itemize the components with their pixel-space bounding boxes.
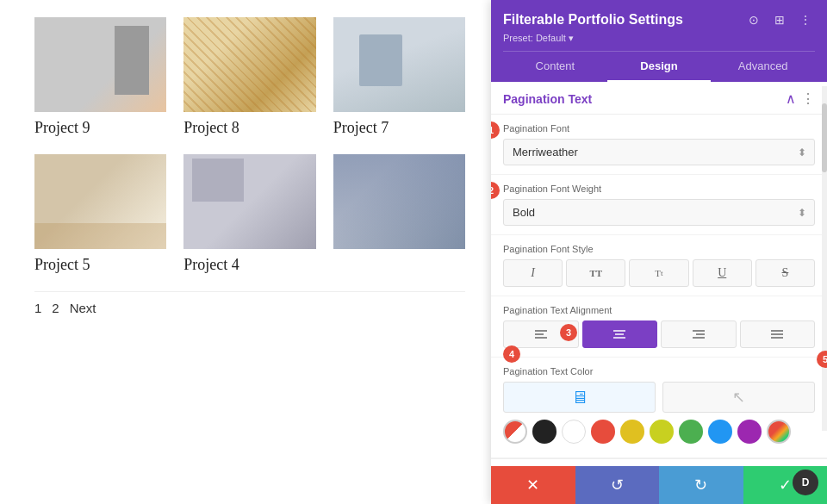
align-justify-button[interactable] <box>740 320 816 348</box>
color-swatch-lime[interactable] <box>650 420 674 444</box>
undo-icon: ↺ <box>611 476 624 495</box>
badge-4: 4 <box>503 345 520 363</box>
scrollbar-thumb[interactable] <box>822 103 827 172</box>
section-controls: ∧ ⋮ <box>786 90 815 107</box>
strikethrough-button[interactable]: S <box>755 259 815 287</box>
settings-icon[interactable]: ⊙ <box>744 10 763 29</box>
pagination-page-1[interactable]: 1 <box>34 301 41 315</box>
panel-preset[interactable]: Preset: Default ▾ <box>503 33 815 44</box>
collapse-icon[interactable]: ∧ <box>786 90 796 107</box>
scrollbar[interactable] <box>822 86 827 431</box>
font-select-wrapper[interactable]: Merriweather <box>503 139 815 165</box>
project-label: Project 7 <box>333 119 465 137</box>
text-alignment-label: Pagination Text Alignment <box>503 305 815 315</box>
color-swatch-green[interactable] <box>679 420 703 444</box>
panel-title: Filterable Portfolio Settings <box>503 12 683 28</box>
list-item[interactable] <box>333 154 465 274</box>
capitalize-button[interactable]: Tt <box>629 259 688 287</box>
color-arrow-input[interactable]: 5 ↖ <box>662 382 815 413</box>
monitor-icon: 🖥 <box>571 388 588 408</box>
project-thumbnail[interactable] <box>183 17 315 112</box>
pagination-next-button[interactable]: Next <box>70 301 96 315</box>
italic-button[interactable]: I <box>503 259 563 287</box>
badge-3: 3 <box>560 324 577 341</box>
style-buttons: I TT Tt U S <box>503 259 815 287</box>
font-weight-select[interactable]: Bold <box>503 199 815 226</box>
project-thumbnail[interactable] <box>333 17 465 112</box>
portfolio-area: Project 9 Project 8 Project 7 Project 5 … <box>0 0 500 504</box>
badge-5: 5 <box>817 351 827 368</box>
font-weight-field: 2 Pagination Font Weight Bold <box>491 175 827 235</box>
project-label: Project 8 <box>183 119 315 137</box>
list-item[interactable]: Project 7 <box>333 17 465 137</box>
color-custom-swatch[interactable] <box>767 420 791 444</box>
redo-icon: ↻ <box>694 476 707 495</box>
more-options-icon[interactable]: ⋮ <box>796 10 815 29</box>
section-title: Pagination Text <box>503 92 592 106</box>
underline-button[interactable]: U <box>693 259 752 287</box>
color-edit-swatch[interactable] <box>503 420 527 444</box>
align-center-button[interactable] <box>582 320 658 348</box>
section-menu-icon[interactable]: ⋮ <box>801 90 815 107</box>
project-thumbnail[interactable] <box>333 154 465 249</box>
text-color-label: Pagination Text Color <box>503 366 815 376</box>
settings-panel: Filterable Portfolio Settings ⊙ ⊞ ⋮ Pres… <box>491 0 827 504</box>
align-buttons <box>503 320 815 348</box>
pagination-page-2[interactable]: 2 <box>52 301 59 315</box>
color-settings-icon[interactable]: ⚙ <box>804 464 815 466</box>
color-monitor-input[interactable]: 🖥 <box>503 382 656 413</box>
expand-icon[interactable]: ⊞ <box>770 10 789 29</box>
font-style-field: Pagination Font Style I TT Tt U S <box>491 235 827 296</box>
project-label: Project 5 <box>34 256 166 274</box>
list-item[interactable]: Project 9 <box>34 17 166 137</box>
undo-button[interactable]: ↺ <box>575 466 660 504</box>
uppercase-button[interactable]: TT <box>566 259 625 287</box>
bottom-toolbar: Saved Global Recent ⚙ <box>491 458 827 466</box>
color-swatch-white[interactable] <box>562 420 586 444</box>
color-swatches <box>503 420 815 444</box>
save-icon: ✓ <box>779 476 792 495</box>
project-label: Project 4 <box>183 256 315 274</box>
section-header: Pagination Text ∧ ⋮ <box>491 82 827 115</box>
panel-header: Filterable Portfolio Settings ⊙ ⊞ ⋮ Pres… <box>491 0 827 82</box>
panel-body: Pagination Text ∧ ⋮ 1 Pagination Font Me… <box>491 82 827 466</box>
color-inputs-row: 🖥 5 ↖ <box>503 382 815 413</box>
text-color-field: Pagination Text Color 🖥 5 ↖ <box>491 358 827 458</box>
list-item[interactable]: Project 8 <box>183 17 315 137</box>
project-thumbnail[interactable] <box>34 154 166 249</box>
font-weight-select-wrapper[interactable]: Bold <box>503 199 815 226</box>
tab-advanced[interactable]: Advanced <box>711 52 815 82</box>
tab-content[interactable]: Content <box>503 52 607 82</box>
divi-logo-icon[interactable]: D <box>793 470 818 495</box>
cancel-icon: ✕ <box>526 476 539 495</box>
recent-label[interactable]: Recent <box>764 466 797 467</box>
project-thumbnail[interactable] <box>183 154 315 249</box>
font-field-label: Pagination Font <box>503 123 815 134</box>
cursor-icon: ↖ <box>732 388 745 407</box>
badge-2: 2 <box>491 182 500 199</box>
cancel-button[interactable]: ✕ <box>491 466 575 504</box>
align-right-button[interactable] <box>661 320 737 348</box>
font-select[interactable]: Merriweather <box>503 139 815 165</box>
text-alignment-field: 3 Pagination Text Alignment <box>491 296 827 358</box>
color-swatch-red[interactable] <box>591 420 615 444</box>
color-swatch-yellow[interactable] <box>620 420 644 444</box>
list-item[interactable]: Project 5 <box>34 154 166 274</box>
color-swatch-black[interactable] <box>532 420 557 444</box>
tab-design[interactable]: Design <box>607 52 712 82</box>
font-weight-label: Pagination Font Weight <box>503 184 815 194</box>
saved-label[interactable]: Saved <box>691 466 720 467</box>
project-thumbnail[interactable] <box>34 17 166 112</box>
panel-title-row: Filterable Portfolio Settings ⊙ ⊞ ⋮ <box>503 10 815 29</box>
pagination-bar: 1 2 Next <box>34 291 465 315</box>
global-label[interactable]: Global <box>727 466 757 467</box>
redo-button[interactable]: ↻ <box>659 466 743 504</box>
color-swatch-purple[interactable] <box>737 420 762 444</box>
list-item[interactable]: Project 4 <box>183 154 315 274</box>
color-swatch-blue[interactable] <box>708 420 732 444</box>
badge-1: 1 <box>491 121 500 139</box>
panel-title-icons: ⊙ ⊞ ⋮ <box>744 10 815 29</box>
portfolio-grid: Project 9 Project 8 Project 7 Project 5 … <box>34 17 465 274</box>
action-bar: ✕ ↺ ↻ ✓ <box>491 466 827 504</box>
font-style-label: Pagination Font Style <box>503 244 815 254</box>
